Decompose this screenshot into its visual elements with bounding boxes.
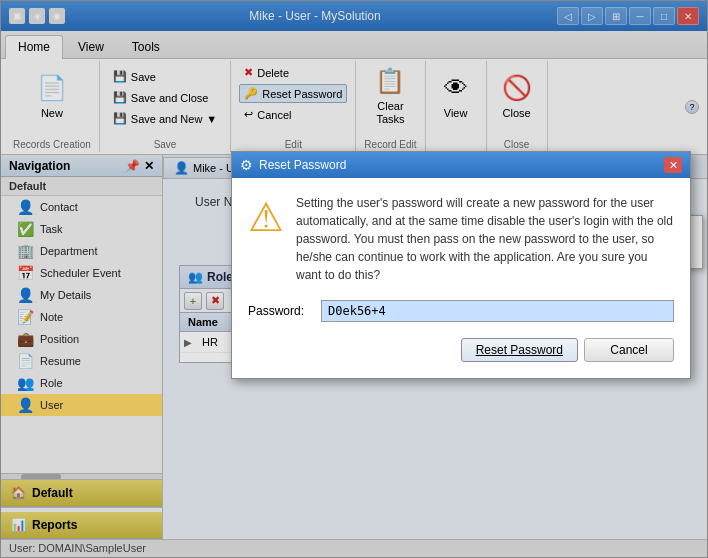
modal-title-icon: ⚙ [240,157,253,173]
reset-password-modal: ⚙ Reset Password ✕ ⚠ Setting the user's … [231,151,691,379]
modal-body-text: Setting the user's password will create … [296,194,674,284]
modal-content: ⚠ Setting the user's password will creat… [248,194,674,284]
modal-close-btn[interactable]: ✕ [664,157,682,173]
main-window: ▣ ◈ ◉ Mike - User - MySolution ◁ ▷ ⊞ ─ □… [0,0,708,558]
modal-password-input[interactable] [321,300,674,322]
modal-password-row: Password: [248,300,674,322]
modal-title-text: Reset Password [259,158,664,172]
modal-buttons: Reset Password Cancel [248,338,674,362]
modal-overlay: ⚙ Reset Password ✕ ⚠ Setting the user's … [1,1,707,557]
modal-body: ⚠ Setting the user's password will creat… [232,178,690,378]
modal-warning-icon: ⚠ [248,194,284,284]
modal-cancel-btn[interactable]: Cancel [584,338,674,362]
modal-titlebar: ⚙ Reset Password ✕ [232,152,690,178]
modal-password-label: Password: [248,304,313,318]
modal-reset-password-btn[interactable]: Reset Password [461,338,578,362]
